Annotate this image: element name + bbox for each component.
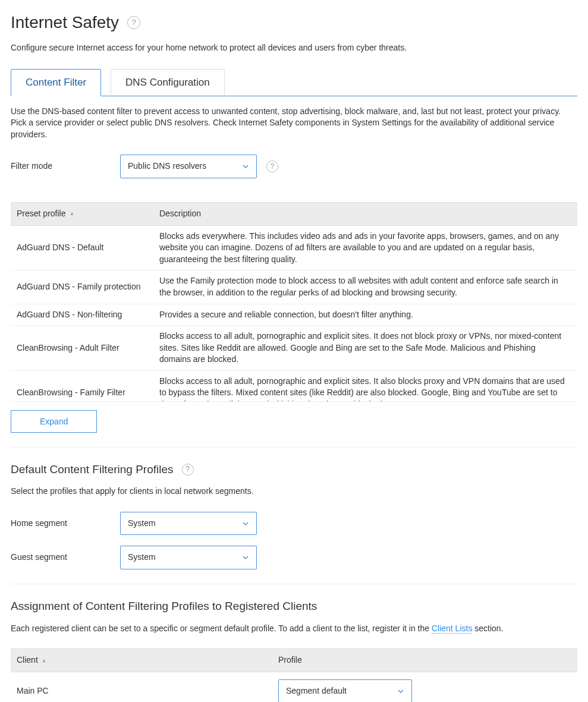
home-segment-row: Home segment System (11, 512, 577, 536)
column-header-profile-text: Preset profile (17, 208, 65, 220)
sort-asc-icon: ▲ (69, 210, 74, 218)
profile-description: Use the Family protection mode to block … (159, 275, 571, 298)
table-row: Main PCSegment default (11, 672, 577, 702)
profile-description: Blocks access to all adult, pornographic… (159, 376, 571, 402)
help-icon[interactable]: ? (182, 464, 194, 476)
profiles-table: Preset profile ▲ Description AdGuard DNS… (11, 202, 577, 433)
filter-mode-select[interactable]: Public DNS resolvers (120, 155, 257, 178)
table-row[interactable]: AdGuard DNS - DefaultBlocks ads everywhe… (11, 226, 577, 271)
assignment-title-text: Assignment of Content Filtering Profiles… (11, 599, 317, 615)
divider (11, 447, 577, 448)
assignment-title: Assignment of Content Filtering Profiles… (11, 599, 577, 615)
column-header-client-text: Client (17, 654, 38, 666)
client-name: Main PC (17, 685, 278, 697)
home-segment-value: System (128, 518, 156, 530)
guest-segment-select[interactable]: System (120, 546, 257, 569)
help-icon[interactable]: ? (127, 16, 140, 29)
client-profile-select[interactable]: Segment default (278, 679, 412, 702)
profile-name: AdGuard DNS - Non-filtering (17, 309, 159, 321)
profile-description: Provides a secure and reliable connectio… (159, 309, 571, 321)
table-row[interactable]: AdGuard DNS - Non-filteringProvides a se… (11, 304, 577, 326)
filter-mode-value: Public DNS resolvers (128, 160, 206, 172)
profile-description: Blocks access to all adult, pornographic… (159, 330, 571, 366)
home-segment-label: Home segment (11, 518, 111, 530)
column-header-profile[interactable]: Preset profile ▲ (17, 208, 159, 220)
chevron-down-icon (242, 163, 249, 170)
guest-segment-value: System (128, 552, 156, 564)
divider (11, 584, 577, 584)
tab-content-filter[interactable]: Content Filter (11, 69, 101, 96)
profiles-table-body[interactable]: AdGuard DNS - DefaultBlocks ads everywhe… (11, 226, 577, 402)
profile-name: CleanBrowsing - Adult Filter (17, 342, 159, 354)
help-icon[interactable]: ? (266, 160, 278, 172)
table-row[interactable]: AdGuard DNS - Family protectionUse the F… (11, 270, 577, 304)
clients-table-body: Main PCSegment default (11, 672, 577, 702)
page-subtitle: Configure secure Internet access for you… (11, 42, 577, 54)
page-title-text: Internet Safety (11, 11, 119, 34)
column-header-description[interactable]: Description (159, 208, 571, 220)
tab-dns-configuration[interactable]: DNS Configuration (111, 69, 225, 96)
page-title: Internet Safety ? (11, 11, 577, 34)
default-profiles-title: Default Content Filtering Profiles ? (11, 462, 577, 478)
chevron-down-icon (242, 520, 249, 527)
sort-asc-icon: ▲ (42, 657, 47, 665)
guest-segment-row: Guest segment System (11, 546, 577, 569)
tabs: Content Filter DNS Configuration (11, 68, 577, 96)
profile-name: CleanBrowsing - Family Filter (17, 387, 159, 399)
default-profiles-description: Select the profiles that apply for clien… (11, 486, 577, 498)
profile-description: Blocks ads everywhere. This includes vid… (159, 231, 571, 266)
assignment-desc-pre: Each registered client can be set to a s… (11, 624, 432, 633)
profiles-table-header: Preset profile ▲ Description (11, 202, 577, 226)
content-filter-description: Use the DNS-based content filter to prev… (11, 106, 577, 141)
default-profiles-title-text: Default Content Filtering Profiles (11, 462, 174, 478)
assignment-desc-post: section. (472, 624, 503, 633)
table-row[interactable]: CleanBrowsing - Family FilterBlocks acce… (11, 371, 577, 402)
home-segment-select[interactable]: System (120, 512, 257, 536)
guest-segment-label: Guest segment (11, 552, 111, 564)
clients-table-header: Client ▲ Profile (11, 649, 577, 672)
column-header-client-profile[interactable]: Profile (278, 654, 571, 666)
profile-name: AdGuard DNS - Default (17, 242, 159, 254)
assignment-description: Each registered client can be set to a s… (11, 623, 577, 635)
client-profile-cell: Segment default (278, 679, 412, 702)
profile-name: AdGuard DNS - Family protection (17, 281, 159, 293)
client-profile-value: Segment default (286, 685, 347, 697)
column-header-client[interactable]: Client ▲ (17, 654, 278, 666)
filter-mode-label: Filter mode (11, 160, 111, 172)
clients-table: Client ▲ Profile Main PCSegment default (11, 649, 577, 702)
expand-button[interactable]: Expand (11, 410, 97, 433)
table-row[interactable]: CleanBrowsing - Adult FilterBlocks acces… (11, 326, 577, 371)
filter-mode-row: Filter mode Public DNS resolvers ? (11, 155, 577, 178)
chevron-down-icon (397, 688, 404, 695)
chevron-down-icon (242, 554, 249, 561)
client-lists-link[interactable]: Client Lists (432, 624, 472, 634)
